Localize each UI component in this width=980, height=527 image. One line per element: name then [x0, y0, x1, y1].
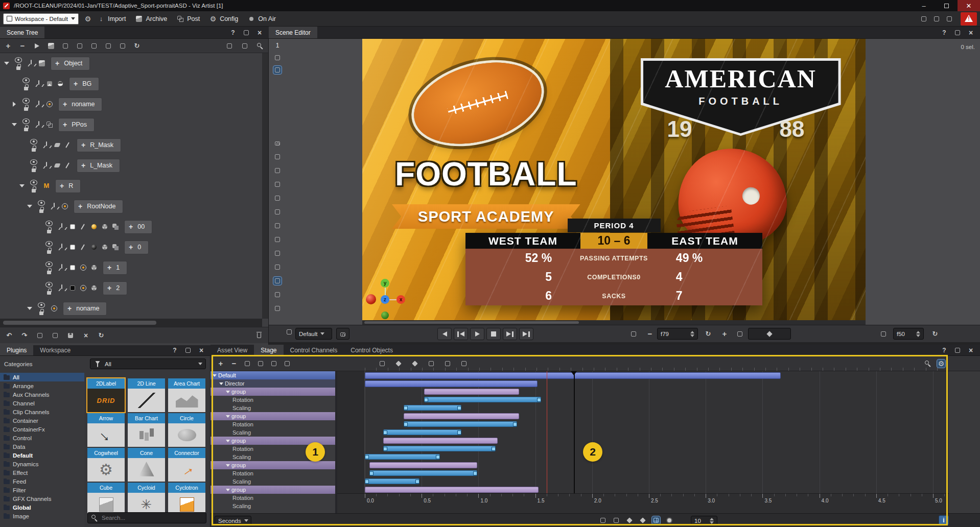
timeline-bar[interactable] [404, 405, 461, 411]
category-all[interactable]: All [0, 373, 84, 381]
stage-row-group[interactable]: group [211, 486, 335, 494]
tab-scene-editor[interactable]: Scene Editor [269, 27, 317, 38]
timeline-bar[interactable] [424, 397, 541, 402]
keyframe-icon[interactable] [537, 398, 541, 402]
category-channel[interactable]: Channel [0, 399, 84, 408]
help-icon[interactable] [940, 29, 948, 37]
timeline-bar[interactable] [383, 438, 498, 444]
expand-panel-icon[interactable] [184, 346, 192, 354]
chevron-down-icon[interactable] [213, 374, 217, 377]
keyframe-icon[interactable] [457, 406, 461, 410]
chevron-down-icon[interactable] [226, 464, 230, 467]
frame-stepper[interactable] [690, 331, 694, 337]
tree-node[interactable]: +Object [51, 57, 90, 70]
eye-icon[interactable] [30, 139, 38, 145]
keyframe-icon[interactable] [369, 471, 374, 475]
add-child-button[interactable]: + [74, 80, 78, 88]
add-icon[interactable] [217, 360, 225, 368]
keyframe-icon[interactable] [404, 406, 408, 410]
grid-icon[interactable] [879, 330, 888, 338]
keyframe-icon[interactable] [424, 398, 428, 402]
time-unit-selector[interactable]: Seconds [215, 516, 251, 525]
view-mode-icon[interactable] [273, 66, 282, 74]
timeline-bar[interactable] [365, 454, 440, 460]
tree-node[interactable]: +1 [103, 261, 127, 275]
graph-icon[interactable] [273, 291, 282, 299]
scrollbar-thumb[interactable] [364, 321, 579, 324]
tree-node[interactable]: +0 [124, 241, 149, 254]
key-prev-icon[interactable] [625, 516, 634, 524]
expand-panel-icon[interactable] [953, 29, 962, 37]
add-child-button[interactable]: + [129, 223, 133, 231]
close-panel-icon[interactable] [967, 346, 975, 354]
expand-panel-icon[interactable] [242, 29, 250, 37]
keyframe-icon[interactable] [365, 480, 369, 484]
lock-icon[interactable] [30, 186, 38, 193]
category-container[interactable]: Container [0, 416, 84, 425]
plugin-tile-cube[interactable]: Cube [87, 483, 125, 516]
category-global[interactable]: Global [0, 503, 84, 512]
clipboard-icon[interactable] [36, 331, 44, 340]
search-icon[interactable] [256, 42, 264, 50]
lock-icon[interactable] [30, 146, 38, 152]
add-child-button[interactable]: + [81, 141, 85, 149]
stage-row-group[interactable]: group [211, 412, 335, 420]
chevron-down-icon[interactable] [219, 382, 223, 385]
lock-icon[interactable] [45, 248, 53, 254]
lock-icon[interactable] [45, 289, 53, 295]
save-icon[interactable] [66, 331, 75, 340]
workspace-settings-icon[interactable] [84, 15, 92, 23]
plugin-search[interactable] [87, 512, 206, 523]
add-child-button[interactable]: + [63, 121, 67, 129]
export-stage-icon[interactable] [283, 360, 291, 368]
end-frame-field[interactable]: f50 [893, 328, 924, 340]
lock-icon[interactable] [14, 64, 22, 70]
snap-icon[interactable] [378, 360, 386, 368]
help-icon[interactable] [229, 29, 237, 37]
box-icon[interactable] [273, 263, 282, 271]
keyframe-icon[interactable] [473, 471, 477, 475]
tree-node[interactable]: +RootNode [74, 200, 123, 213]
speaker-icon[interactable] [273, 166, 282, 175]
plugin-tile-cone[interactable]: Cone [128, 448, 165, 482]
settings-icon[interactable] [937, 360, 945, 368]
close-panel-icon[interactable] [255, 29, 264, 37]
chevron-down-icon[interactable] [26, 305, 34, 312]
loop-in-icon[interactable] [427, 360, 435, 368]
eye-icon[interactable] [22, 118, 30, 124]
stage-row-rotation[interactable]: Rotation [211, 494, 335, 502]
keyframe-icon[interactable] [492, 447, 496, 451]
timeline-ruler[interactable]: 0.00.51.01.52.02.53.03.54.04.55.0 [337, 493, 949, 513]
minimize-button[interactable]: – [913, 0, 935, 11]
monitor-icon[interactable] [945, 15, 953, 23]
grid-snap-icon[interactable] [652, 516, 660, 524]
timeline-bar[interactable] [404, 413, 520, 419]
bounds-icon[interactable] [273, 235, 282, 244]
category-feed[interactable]: Feed [0, 477, 84, 486]
add-child-button[interactable]: + [60, 182, 64, 190]
category-filter[interactable]: Filter [0, 486, 84, 494]
category-containerfx[interactable]: ContainerFx [0, 425, 84, 434]
refresh-icon[interactable] [97, 331, 105, 340]
key-next-icon[interactable] [639, 516, 647, 524]
plugin-tile-cycloid[interactable]: Cycloid✳ [128, 483, 165, 516]
tree-row-noname[interactable]: +noname [0, 94, 262, 114]
decrement-frame-button[interactable] [646, 330, 654, 338]
keyframe-add-icon[interactable] [394, 360, 403, 368]
tree-node[interactable]: +BG [69, 77, 99, 91]
tab-asset-view[interactable]: Asset View [211, 345, 254, 355]
eye-icon[interactable] [45, 261, 53, 267]
tree-row-noname[interactable]: +noname [0, 298, 262, 319]
delete-x-icon[interactable] [82, 331, 90, 340]
gizmo-x-axis[interactable]: x [396, 295, 405, 304]
help-icon[interactable] [171, 346, 179, 354]
tree-row-1[interactable]: +1 [0, 257, 262, 278]
timeline-bar[interactable] [365, 478, 419, 484]
category-effect[interactable]: Effect [0, 468, 84, 477]
undo-icon[interactable] [5, 331, 13, 340]
orbit-refresh-icon[interactable] [931, 330, 939, 338]
lock-icon[interactable] [45, 227, 53, 233]
tree-node[interactable]: +PPos [58, 118, 95, 132]
add-child-button[interactable]: + [107, 264, 111, 272]
tree-node[interactable]: +noname [58, 98, 102, 111]
